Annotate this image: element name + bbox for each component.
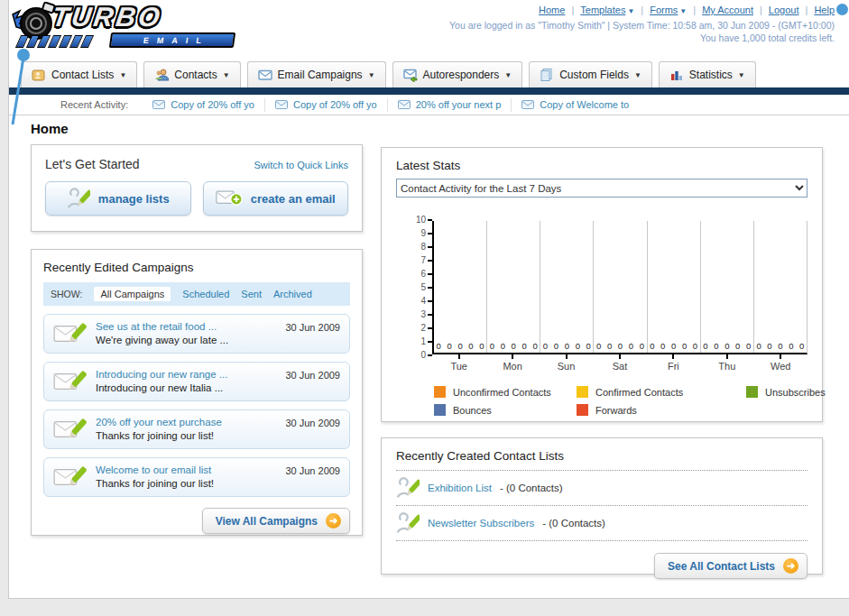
recent-activity-bar: Recent Activity: Copy of 20% off yo Copy… bbox=[9, 95, 849, 115]
legend-item: Forwards bbox=[577, 404, 746, 416]
top-nav: Home | Templates▼ | Forms▼ | My Account … bbox=[539, 5, 835, 15]
chart-zero-values: 0 0 0 0 0 bbox=[648, 341, 700, 351]
envelope-plus-icon bbox=[216, 188, 243, 208]
custom-fields-icon bbox=[540, 68, 554, 82]
nav-separator: | bbox=[806, 5, 808, 15]
chevron-down-icon: ▼ bbox=[738, 71, 745, 79]
main-area: Home Let's Get Started Switch to Quick L… bbox=[9, 115, 849, 598]
stats-period-select[interactable]: Contact Activity for the Last 7 Days bbox=[396, 179, 807, 198]
contact-list-link[interactable]: Newsletter Subscribers bbox=[428, 518, 534, 529]
latest-stats-panel: Latest Stats Contact Activity for the La… bbox=[381, 147, 823, 422]
tab-statistics[interactable]: Statistics ▼ bbox=[659, 61, 756, 87]
legend-label: Unconfirmed Contacts bbox=[453, 387, 551, 398]
nav-separator: | bbox=[760, 5, 762, 15]
manage-lists-button[interactable]: manage lists bbox=[45, 181, 191, 216]
statistics-icon bbox=[669, 68, 684, 82]
tab-label: Email Campaigns bbox=[278, 69, 363, 81]
person-pencil-icon bbox=[67, 188, 90, 209]
logo-subtitle: EMAIL bbox=[134, 36, 209, 45]
recent-activity-item[interactable]: Copy of 20% off yo bbox=[143, 98, 265, 112]
top-nav-home[interactable]: Home bbox=[539, 5, 565, 15]
campaign-row[interactable]: Welcome to our email list Thanks for joi… bbox=[43, 457, 350, 497]
contact-list-row[interactable]: Exhibition List - (0 Contacts) bbox=[396, 471, 807, 506]
campaign-title-link[interactable]: 20% off your next purchase bbox=[96, 416, 277, 429]
envelope-pencil-icon bbox=[53, 320, 88, 347]
page-title: Home bbox=[31, 121, 69, 136]
legend-item: Unsubscribes bbox=[746, 386, 826, 398]
envelope-pencil-icon bbox=[53, 368, 88, 395]
recent-activity-item[interactable]: 20% off your next p bbox=[388, 98, 512, 112]
campaign-row[interactable]: See us at the retail food ... We're givi… bbox=[43, 314, 350, 354]
contact-list-row[interactable]: Newsletter Subscribers - (0 Contacts) bbox=[396, 506, 807, 541]
legend-item: Unconfirmed Contacts bbox=[434, 386, 577, 398]
filter-all-campaigns[interactable]: All Campaigns bbox=[94, 287, 171, 301]
top-nav-help[interactable]: Help bbox=[814, 5, 835, 15]
top-nav-templates[interactable]: Templates▼ bbox=[580, 5, 634, 15]
envelope-icon bbox=[152, 100, 165, 109]
switch-quick-links-link[interactable]: Switch to Quick Links bbox=[254, 160, 348, 170]
envelope-icon bbox=[275, 100, 288, 109]
envelope-icon bbox=[521, 100, 534, 109]
campaign-title-link[interactable]: Introducing our new range ... bbox=[96, 368, 277, 382]
filter-sent[interactable]: Sent bbox=[241, 289, 262, 299]
filter-archived[interactable]: Archived bbox=[273, 289, 312, 299]
nav-separator: | bbox=[641, 5, 643, 15]
tab-custom-fields[interactable]: Custom Fields ▼ bbox=[529, 61, 652, 87]
chart-group: 0 0 0 0 0 bbox=[754, 221, 807, 353]
login-info: You are logged in as "Timothy Smith" | S… bbox=[449, 19, 835, 44]
tab-email-campaigns[interactable]: Email Campaigns ▼ bbox=[247, 61, 386, 87]
manage-lists-label: manage lists bbox=[98, 192, 170, 206]
create-email-label: create an email bbox=[251, 192, 336, 206]
legend-color-chip bbox=[434, 386, 446, 398]
chart-zero-values: 0 0 0 0 0 bbox=[487, 341, 540, 351]
contact-lists-icon bbox=[32, 68, 46, 82]
tab-contact-lists[interactable]: Contact Lists ▼ bbox=[21, 61, 137, 87]
contact-list-count: - (0 Contacts) bbox=[500, 483, 563, 493]
tab-contacts[interactable]: Contacts ▼ bbox=[143, 61, 240, 87]
tab-label: Contact Lists bbox=[51, 69, 114, 81]
campaign-title-link[interactable]: See us at the retail food ... bbox=[96, 320, 277, 334]
tab-label: Autoresponders bbox=[423, 69, 500, 81]
contact-lists-title: Recently Created Contact Lists bbox=[396, 449, 807, 471]
person-pencil-icon bbox=[396, 511, 420, 535]
contact-lists-panel: Recently Created Contact Lists Exhibitio… bbox=[381, 437, 823, 575]
top-nav-my-account[interactable]: My Account bbox=[702, 5, 753, 15]
campaign-date: 30 Jun 2009 bbox=[285, 320, 340, 347]
logo-stripes bbox=[18, 35, 91, 48]
campaign-title-link[interactable]: Welcome to our email list bbox=[96, 464, 277, 477]
create-email-button[interactable]: create an email bbox=[203, 181, 349, 216]
contact-list-link[interactable]: Exhibition List bbox=[428, 483, 492, 493]
campaign-subtitle: We're giving away our late ... bbox=[96, 334, 277, 347]
chart-zero-values: 0 0 0 0 0 bbox=[594, 341, 646, 351]
recent-activity-item[interactable]: Copy of 20% off yo bbox=[265, 98, 388, 112]
navy-divider-bar bbox=[9, 87, 849, 95]
chevron-down-icon: ▼ bbox=[627, 7, 634, 15]
tab-label: Contacts bbox=[174, 69, 217, 81]
filter-scheduled[interactable]: Scheduled bbox=[182, 289, 229, 299]
chart-group: 0 0 0 0 0 bbox=[648, 221, 701, 353]
legend-color-chip bbox=[746, 386, 758, 398]
see-all-contact-lists-button[interactable]: See All Contact Lists ➜ bbox=[654, 553, 807, 579]
campaigns-title: Recently Edited Campaigns bbox=[43, 261, 350, 274]
chevron-down-icon: ▼ bbox=[679, 7, 687, 15]
view-all-campaigns-button[interactable]: View All Campaigns ➜ bbox=[202, 508, 350, 534]
recent-campaigns-panel: Recently Edited Campaigns SHOW: All Camp… bbox=[31, 249, 363, 536]
chart-legend: Unconfirmed Contacts Confirmed Contacts … bbox=[396, 386, 807, 416]
top-nav-forms[interactable]: Forms▼ bbox=[650, 5, 687, 15]
campaign-subtitle: Thanks for joining our list! bbox=[96, 429, 277, 443]
legend-label: Unsubscribes bbox=[765, 387, 826, 398]
top-nav-logout[interactable]: Logout bbox=[769, 5, 799, 15]
campaign-date: 30 Jun 2009 bbox=[285, 416, 340, 443]
campaign-row[interactable]: 20% off your next purchase Thanks for jo… bbox=[43, 409, 350, 449]
tab-autoresponders[interactable]: Autoresponders ▼ bbox=[392, 61, 523, 87]
envelope-pencil-icon bbox=[53, 464, 88, 491]
logo-subtitle-bar: EMAIL bbox=[109, 32, 235, 48]
recent-activity-item[interactable]: Copy of Welcome to bbox=[512, 98, 639, 112]
chart-group: 0 0 0 0 0 bbox=[701, 221, 754, 353]
legend-color-chip bbox=[577, 404, 588, 416]
contacts-icon bbox=[154, 68, 169, 82]
turbo-email-logo[interactable]: TURBO EMAIL bbox=[11, 2, 227, 52]
campaign-row[interactable]: Introducing our new range ... Introducin… bbox=[43, 362, 350, 401]
contact-list-count: - (0 Contacts) bbox=[542, 518, 605, 529]
legend-color-chip bbox=[434, 404, 446, 416]
